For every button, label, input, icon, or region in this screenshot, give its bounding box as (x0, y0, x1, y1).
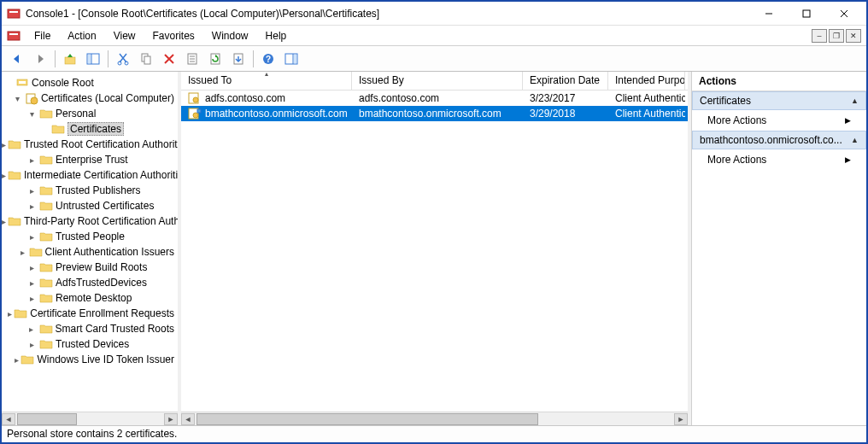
tree-toggle-icon[interactable]: ▸ (2, 140, 6, 149)
scroll-thumb[interactable] (17, 413, 77, 425)
tree-horizontal-scrollbar[interactable]: ◄ ► (2, 412, 178, 425)
tree-toggle-icon[interactable]: ▸ (26, 155, 38, 165)
column-intended-purposes[interactable]: Intended Purposes (608, 72, 685, 90)
scroll-right-button[interactable]: ► (164, 413, 178, 425)
folder-icon (39, 184, 53, 197)
properties-button[interactable] (182, 49, 202, 69)
tree-toggle-icon[interactable]: ▸ (26, 278, 38, 288)
tree-toggle-icon[interactable]: ▸ (2, 171, 6, 180)
tree-toggle-icon[interactable]: ▾ (26, 109, 38, 119)
column-issued-by[interactable]: Issued By (352, 72, 523, 90)
column-issued-to[interactable]: Issued To▴ (181, 72, 352, 90)
help-button[interactable]: ? (258, 49, 279, 69)
actions-section-selected-cert[interactable]: bmathcontoso.onmicrosoft.co... ▲ (692, 131, 866, 149)
menu-view[interactable]: View (105, 27, 144, 44)
tree-pane[interactable]: Console Root▾Certificates (Local Compute… (2, 72, 181, 425)
svg-rect-3 (803, 10, 810, 17)
tree-console-root[interactable]: Console Root (2, 75, 178, 91)
menu-file[interactable]: File (26, 27, 59, 44)
tree-store[interactable]: ▸Untrusted Certificates (2, 198, 178, 213)
refresh-button[interactable] (205, 49, 226, 69)
tree-item-label: Trusted Devices (56, 338, 129, 350)
tree-store[interactable]: ▸AdfsTrustedDevices (2, 275, 178, 290)
certificate-row[interactable]: adfs.contoso.comadfs.contoso.com3/23/201… (181, 91, 688, 106)
tree-store[interactable]: ▸Trusted Devices (2, 336, 178, 352)
folder-icon (39, 322, 53, 336)
menu-help[interactable]: Help (257, 27, 296, 44)
cell-issued-to: adfs.contoso.com (181, 92, 352, 104)
more-actions-certificates[interactable]: More Actions ▶ (692, 110, 866, 131)
show-hide-action-pane-button[interactable] (281, 49, 302, 69)
mdi-restore-button[interactable]: ❐ (829, 29, 844, 43)
scroll-thumb[interactable] (196, 413, 538, 425)
tree-toggle-icon[interactable]: ▸ (19, 248, 27, 257)
svg-rect-0 (8, 9, 20, 18)
menu-action[interactable]: Action (59, 27, 104, 44)
tree-toggle-icon[interactable]: ▸ (8, 309, 12, 318)
certificate-row[interactable]: bmathcontoso.onmicrosoft.combmathcontoso… (181, 106, 688, 121)
tree-store[interactable]: ▸Windows Live ID Token Issuer (2, 352, 178, 367)
tree-toggle-icon[interactable]: ▸ (26, 232, 38, 242)
tree-item-label: Intermediate Certification Authorities (24, 169, 181, 181)
cell-issued-by: adfs.contoso.com (352, 92, 523, 104)
folder-icon (8, 137, 21, 151)
tree-toggle-icon[interactable]: ▸ (26, 294, 38, 303)
folder-icon (39, 107, 53, 120)
minimize-button[interactable] (750, 3, 788, 25)
tree-store[interactable]: ▸Remote Desktop (2, 290, 178, 306)
tree-toggle-icon[interactable]: ▸ (26, 324, 38, 334)
cut-button[interactable] (113, 49, 133, 69)
delete-button[interactable] (159, 49, 179, 69)
tree-personal[interactable]: ▾Personal (2, 106, 178, 121)
tree-store[interactable]: ▸Smart Card Trusted Roots (2, 321, 178, 336)
column-expiration-date[interactable]: Expiration Date (523, 72, 608, 90)
list-horizontal-scrollbar[interactable]: ◄ ► (181, 412, 688, 425)
show-hide-tree-button[interactable] (83, 49, 103, 69)
more-actions-selected-cert[interactable]: More Actions ▶ (692, 149, 866, 170)
tree-toggle-icon[interactable]: ▸ (26, 202, 38, 211)
tree-store[interactable]: ▸Certificate Enrollment Requests (2, 306, 178, 321)
close-button[interactable] (825, 3, 863, 25)
maximize-button[interactable] (788, 3, 825, 25)
tree-certificates-local-computer[interactable]: ▾Certificates (Local Computer) (2, 91, 178, 106)
up-button[interactable] (60, 49, 80, 69)
tree-toggle-icon[interactable]: ▸ (26, 340, 38, 349)
export-list-button[interactable] (228, 49, 249, 69)
scroll-left-button[interactable]: ◄ (2, 413, 15, 425)
window-title: Console1 - [Console Root\Certificates (L… (26, 8, 750, 20)
forward-button[interactable] (30, 49, 50, 69)
toolbar-separator (55, 50, 56, 67)
tree-store[interactable]: ▸Third-Party Root Certification Authorit… (2, 213, 178, 229)
tree-toggle-icon[interactable]: ▸ (26, 186, 38, 196)
tree-store[interactable]: ▸Intermediate Certification Authorities (2, 167, 178, 183)
tree-toggle-icon[interactable]: ▸ (2, 217, 6, 226)
copy-button[interactable] (136, 49, 156, 69)
toolbar: ? (2, 46, 866, 72)
tree-toggle-icon[interactable]: ▸ (14, 355, 20, 365)
tree-store[interactable]: ▸Enterprise Trust (2, 152, 178, 167)
mdi-minimize-button[interactable]: – (812, 29, 827, 43)
back-button[interactable] (7, 49, 27, 69)
cell-purpose: Client Authentication (608, 108, 685, 120)
tree-store[interactable]: ▸Trusted Publishers (2, 183, 178, 198)
tree-toggle-icon[interactable]: ▾ (12, 94, 22, 103)
cell-issued-to: bmathcontoso.onmicrosoft.com (181, 108, 352, 120)
svg-rect-15 (144, 56, 150, 64)
tree-item-label: Third-Party Root Certification Authoriti… (24, 215, 181, 227)
tree-store[interactable]: ▸Preview Build Roots (2, 260, 178, 275)
tree-store[interactable]: ▸Trusted People (2, 229, 178, 244)
tree-store[interactable]: ▸Client Authentication Issuers (2, 244, 178, 260)
tree-toggle-icon[interactable]: ▸ (26, 263, 38, 272)
tree-store[interactable]: ▸Trusted Root Certification Authorities (2, 137, 178, 152)
folder-icon (15, 76, 29, 90)
list-pane[interactable]: Issued To▴ Issued By Expiration Date Int… (181, 72, 691, 425)
tree-item-label: Preview Build Roots (56, 261, 147, 273)
scroll-left-button[interactable]: ◄ (181, 413, 195, 425)
mdi-close-button[interactable]: ✕ (846, 29, 861, 43)
scroll-right-button[interactable]: ► (674, 413, 688, 425)
actions-section-certificates[interactable]: Certificates ▲ (692, 91, 866, 110)
menu-favorites[interactable]: Favorites (144, 27, 203, 44)
tree-item-label: Personal (56, 108, 96, 120)
tree-certificates[interactable]: Certificates (2, 121, 178, 137)
menu-window[interactable]: Window (203, 27, 257, 44)
